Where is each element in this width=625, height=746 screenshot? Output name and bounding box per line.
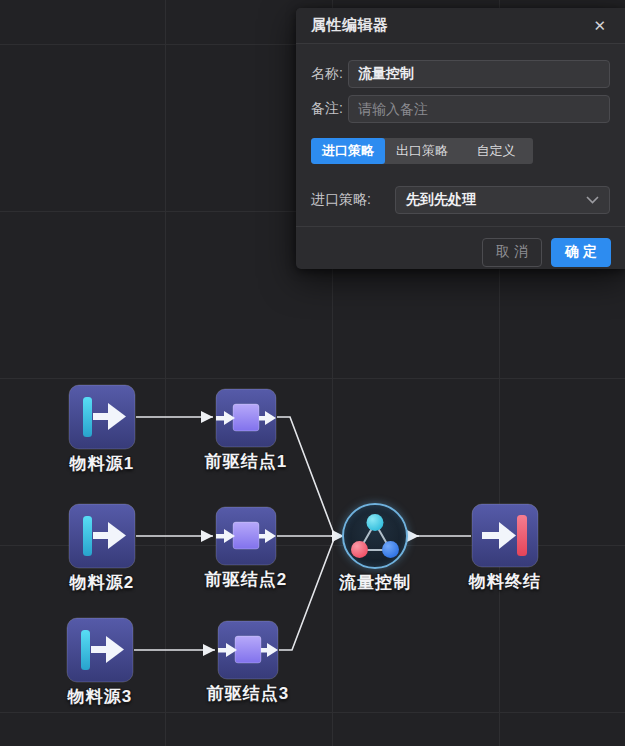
node-predecessor-3[interactable]: 前驱结点3 <box>193 620 303 705</box>
dialog-header: 属性编辑器 ✕ <box>296 8 625 44</box>
material-end-icon <box>471 503 539 568</box>
policy-label: 进口策略: <box>311 191 395 209</box>
chevron-down-icon <box>586 196 599 204</box>
node-label: 前驱结点1 <box>205 450 287 473</box>
node-label: 物料源2 <box>70 571 134 594</box>
ok-button[interactable]: 确 定 <box>551 238 611 267</box>
node-label: 物料源3 <box>68 685 132 708</box>
note-label: 备注: <box>311 100 348 118</box>
name-label: 名称: <box>311 65 348 83</box>
policy-select[interactable]: 先到先处理 <box>395 186 610 214</box>
material-source-icon <box>68 503 136 569</box>
node-material-source-1[interactable]: 物料源1 <box>47 384 157 475</box>
note-input[interactable] <box>348 95 610 123</box>
cancel-button[interactable]: 取 消 <box>482 238 542 267</box>
node-label: 前驱结点2 <box>205 568 287 591</box>
node-label: 流量控制 <box>339 571 411 594</box>
note-row: 备注: <box>311 95 610 123</box>
dialog-body: 名称: 备注: 进口策略 出口策略 自定义 进口策略: 先到先处理 <box>296 44 625 226</box>
node-predecessor-1[interactable]: 前驱结点1 <box>191 388 301 473</box>
node-material-source-3[interactable]: 物料源3 <box>45 617 155 708</box>
tab-custom[interactable]: 自定义 <box>459 138 533 164</box>
predecessor-icon <box>217 620 279 680</box>
policy-row: 进口策略: 先到先处理 <box>311 186 610 214</box>
policy-selected-value: 先到先处理 <box>406 191 476 209</box>
strategy-tabs: 进口策略 出口策略 自定义 <box>311 138 533 164</box>
close-icon[interactable]: ✕ <box>589 16 610 35</box>
node-material-source-2[interactable]: 物料源2 <box>47 503 157 594</box>
node-label: 物料终结 <box>469 570 541 593</box>
material-source-icon <box>68 384 136 450</box>
tab-import-strategy[interactable]: 进口策略 <box>311 138 385 164</box>
predecessor-icon <box>215 506 277 566</box>
grid-line <box>0 712 625 713</box>
material-source-icon <box>66 617 134 683</box>
node-label: 物料源1 <box>70 452 134 475</box>
node-flow-control[interactable]: 流量控制 <box>320 503 430 594</box>
name-row: 名称: <box>311 60 610 88</box>
tab-export-strategy[interactable]: 出口策略 <box>385 138 459 164</box>
dialog-title: 属性编辑器 <box>311 16 389 35</box>
grid-line <box>0 378 625 379</box>
dialog-footer: 取 消 确 定 <box>296 226 625 277</box>
flow-control-icon <box>342 503 408 569</box>
node-material-end[interactable]: 物料终结 <box>450 503 560 593</box>
node-label: 前驱结点3 <box>207 682 289 705</box>
predecessor-icon <box>215 388 277 448</box>
property-editor-dialog: 属性编辑器 ✕ 名称: 备注: 进口策略 出口策略 自定义 进口策略: 先到先处… <box>296 8 625 269</box>
node-predecessor-2[interactable]: 前驱结点2 <box>191 506 301 591</box>
grid-line <box>165 0 166 746</box>
name-input[interactable] <box>348 60 610 88</box>
